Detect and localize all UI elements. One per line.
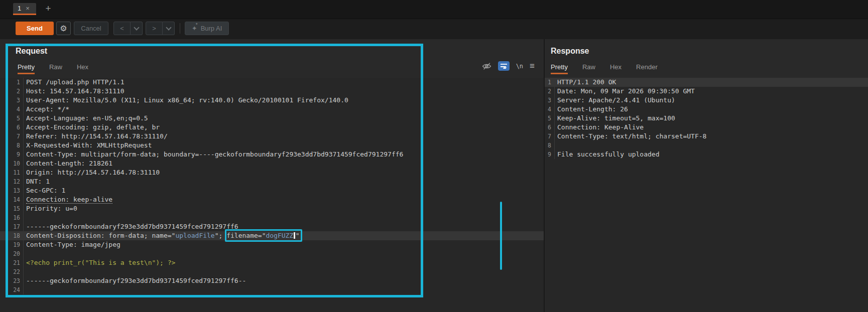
new-tab-button[interactable]: +: [42, 3, 54, 15]
burp-ai-button[interactable]: ✦ Burp AI: [185, 22, 229, 35]
request-line-10[interactable]: Content-Length: 218261: [26, 159, 112, 168]
request-line-12[interactable]: DNT: 1: [26, 177, 50, 186]
line-number: 17: [0, 222, 20, 231]
request-line-14[interactable]: Connection: keep-alive: [26, 195, 112, 204]
previous-request-split-button: <: [113, 22, 143, 35]
response-line-3[interactable]: Server: Apache/2.4.41 (Ubuntu): [557, 96, 675, 105]
line-number: 16: [0, 213, 20, 222]
show-newlines-icon[interactable]: \n: [516, 63, 523, 70]
line-number: 24: [0, 285, 20, 294]
tab-request-hex[interactable]: Hex: [77, 63, 88, 74]
next-request-button[interactable]: >: [146, 22, 163, 35]
previous-request-button[interactable]: <: [113, 22, 131, 35]
request-line-17[interactable]: ------geckoformboundaryf293e3dd7bd937145…: [26, 222, 238, 231]
request-line-8[interactable]: X-Requested-With: XMLHttpRequest: [26, 141, 152, 150]
request-line-row: 3User-Agent: Mozilla/5.0 (X11; Linux x86…: [0, 96, 544, 105]
request-line-18[interactable]: Content-Disposition: form-data; name="up…: [26, 231, 300, 240]
line-number: 19: [0, 240, 20, 249]
line-number: 20: [0, 249, 20, 258]
repeater-tab-1[interactable]: 1 ×: [13, 3, 36, 15]
request-line-row: 17------geckoformboundaryf293e3dd7bd9371…: [0, 222, 544, 231]
request-line-row: 21<?echo print_r("This is a test\n"); ?>: [0, 258, 544, 267]
response-line-4[interactable]: Content-Length: 26: [557, 105, 628, 114]
response-panel: Response Pretty Raw Hex Render 1HTTP/1.1…: [545, 39, 868, 312]
request-line-row: 2Host: 154.57.164.78:31110: [0, 87, 544, 96]
request-line-row: 6Accept-Encoding: gzip, deflate, br: [0, 123, 544, 132]
line-number: 9: [545, 150, 551, 159]
close-icon[interactable]: ×: [26, 5, 30, 12]
word-wrap-icon[interactable]: [498, 61, 510, 71]
code-text: Content-Length: 26: [557, 105, 628, 113]
request-line-row: 15Priority: u=0: [0, 204, 544, 213]
previous-request-dropdown[interactable]: [131, 22, 143, 35]
line-number: 1: [545, 78, 551, 87]
request-line-6[interactable]: Accept-Encoding: gzip, deflate, br: [26, 123, 160, 132]
response-line-9[interactable]: File successfully uploaded: [557, 150, 660, 159]
next-request-dropdown[interactable]: [163, 22, 175, 35]
filename-selection-text[interactable]: filename="dogFUZZ": [226, 232, 299, 239]
hide-nonprinting-icon[interactable]: [482, 62, 491, 70]
request-line-1[interactable]: POST /upload.php HTTP/1.1: [26, 78, 125, 87]
code-text: Host: 154.57.164.78:31110: [26, 87, 125, 95]
line-number: 5: [0, 114, 20, 123]
code-text: Content-Type: image/jpeg: [26, 241, 120, 248]
code-text: Referer: http://154.57.164.78:31110/: [26, 132, 168, 140]
code-text: Connection: Keep-Alive: [557, 123, 644, 131]
editor-view-icons: \n ≡: [482, 61, 535, 71]
code-text: Content-Disposition: form-data; name=": [26, 232, 175, 239]
request-line-row: 22: [0, 267, 544, 276]
request-line-row: 1POST /upload.php HTTP/1.1: [0, 78, 544, 87]
request-line-7[interactable]: Referer: http://154.57.164.78:31110/: [26, 132, 168, 141]
line-number: 18: [0, 231, 20, 240]
send-settings-button[interactable]: ⚙: [56, 22, 71, 35]
request-line-row: 23------geckoformboundaryf293e3dd7bd9371…: [0, 276, 544, 285]
response-line-row: 5Keep-Alive: timeout=5, max=100: [545, 114, 868, 123]
request-line-row: 11Origin: http://154.57.164.78:31110: [0, 168, 544, 177]
request-line-21[interactable]: <?echo print_r("This is a test\n"); ?>: [26, 258, 175, 267]
code-text: Content-Type: multipart/form-data; bound…: [26, 150, 403, 158]
request-line-2[interactable]: Host: 154.57.164.78:31110: [26, 87, 125, 96]
tab-request-raw[interactable]: Raw: [49, 63, 62, 74]
request-line-row: 10Content-Length: 218261: [0, 159, 544, 168]
request-line-row: 5Accept-Language: en-US,en;q=0.5: [0, 114, 544, 123]
code-text: File successfully uploaded: [557, 150, 660, 158]
tab-request-pretty[interactable]: Pretty: [18, 63, 35, 74]
line-number: 23: [0, 276, 20, 285]
request-panel: Request Pretty Raw Hex \n: [0, 39, 544, 312]
request-line-row: 18Content-Disposition: form-data; name="…: [0, 231, 544, 240]
request-line-13[interactable]: Sec-GPC: 1: [26, 186, 65, 195]
tab-response-hex[interactable]: Hex: [610, 63, 622, 74]
tab-response-raw[interactable]: Raw: [582, 63, 595, 74]
request-line-19[interactable]: Content-Type: image/jpeg: [26, 240, 120, 249]
burp-ai-label: Burp AI: [201, 25, 222, 32]
send-button[interactable]: Send: [16, 22, 54, 35]
request-line-3[interactable]: User-Agent: Mozilla/5.0 (X11; Linux x86_…: [26, 96, 348, 105]
line-number: 5: [545, 114, 551, 123]
line-number: 1: [0, 78, 20, 87]
tab-response-render[interactable]: Render: [636, 63, 658, 74]
code-text: Priority: u=0: [26, 205, 77, 212]
tab-response-pretty[interactable]: Pretty: [551, 63, 568, 74]
response-line-7[interactable]: Content-Type: text/html; charset=UTF-8: [557, 132, 706, 141]
request-line-row: 19Content-Type: image/jpeg: [0, 240, 544, 249]
request-line-11[interactable]: Origin: http://154.57.164.78:31110: [26, 168, 160, 177]
line-number: 10: [0, 159, 20, 168]
response-line-6[interactable]: Connection: Keep-Alive: [557, 123, 644, 132]
request-line-4[interactable]: Accept: */*: [26, 105, 69, 114]
response-line-5[interactable]: Keep-Alive: timeout=5, max=100: [557, 114, 675, 123]
request-line-5[interactable]: Accept-Language: en-US,en;q=0.5: [26, 114, 148, 123]
response-editor[interactable]: 1HTTP/1.1 200 OK2Date: Mon, 09 Mar 2026 …: [545, 78, 868, 312]
response-line-2[interactable]: Date: Mon, 09 Mar 2026 09:30:50 GMT: [557, 87, 695, 96]
request-line-23[interactable]: ------geckoformboundaryf293e3dd7bd937145…: [26, 276, 246, 285]
editor-menu-icon[interactable]: ≡: [530, 62, 535, 70]
response-line-row: 2Date: Mon, 09 Mar 2026 09:30:50 GMT: [545, 87, 868, 96]
code-text: Accept-Language: en-US,en;q=0.5: [26, 114, 148, 122]
response-view-tabs: Pretty Raw Hex Render: [551, 63, 658, 74]
code-text: User-Agent: Mozilla/5.0 (X11; Linux x86_…: [26, 96, 348, 104]
request-editor[interactable]: 1POST /upload.php HTTP/1.12Host: 154.57.…: [0, 78, 544, 312]
response-line-1[interactable]: HTTP/1.1 200 OK: [557, 78, 616, 87]
request-line-9[interactable]: Content-Type: multipart/form-data; bound…: [26, 150, 403, 159]
toolbar-separator: [180, 23, 180, 34]
request-line-15[interactable]: Priority: u=0: [26, 204, 77, 213]
cancel-button[interactable]: Cancel: [74, 22, 108, 35]
